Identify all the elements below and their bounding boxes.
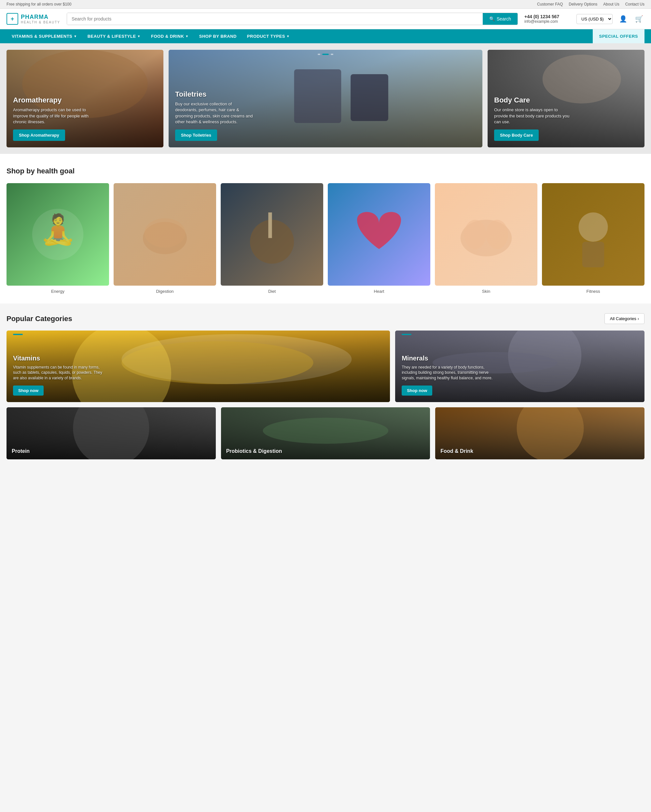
health-img-energy: 🧘 <box>6 183 109 285</box>
protein-title: Protein <box>12 448 211 454</box>
svg-text:🧘: 🧘 <box>40 212 76 247</box>
header-right: US (USD $)UK (GBP £)EU (EUR €) 👤 🛒 <box>576 14 645 24</box>
health-item-heart[interactable]: Heart <box>328 183 430 294</box>
search-button[interactable]: 🔍 Search <box>483 13 518 25</box>
minerals-title: Minerals <box>402 355 638 362</box>
minerals-btn[interactable]: Shop now <box>402 386 432 395</box>
svg-rect-6 <box>351 74 388 121</box>
health-label-energy: Energy <box>51 289 64 294</box>
search-bar: 🔍 Search <box>67 13 518 25</box>
all-categories-button[interactable]: All Categories › <box>604 313 645 324</box>
phone-number: +44 (0) 1234 567 <box>524 14 570 19</box>
svg-point-23 <box>486 220 509 249</box>
category-card-protein[interactable]: Protein <box>6 407 216 459</box>
categories-bottom-row: Protein <box>6 407 645 459</box>
nav-product-types[interactable]: PRODUCT TYPES ▼ <box>242 29 295 43</box>
category-card-probiotics[interactable]: Probiotics & Digestion <box>221 407 430 459</box>
health-label-diet: Diet <box>268 289 276 294</box>
currency-selector[interactable]: US (USD $)UK (GBP £)EU (EUR €) <box>576 14 613 24</box>
nav-food[interactable]: FOOD & DRINK ▼ <box>146 29 194 43</box>
popular-categories-section: Popular Categories All Categories › <box>0 304 651 469</box>
health-item-digestion[interactable]: Digestion <box>114 183 216 294</box>
health-goals-title: Shop by health goal <box>6 167 645 176</box>
cart-icon: 🛒 <box>635 15 643 23</box>
nav-product-types-label: PRODUCT TYPES <box>247 34 285 39</box>
probiotics-title: Probiotics & Digestion <box>226 448 425 454</box>
health-item-diet[interactable]: Diet <box>221 183 323 294</box>
minerals-desc: They are needed for a variety of body fu… <box>402 365 493 381</box>
nav-special-label: SPECIAL OFFERS <box>599 34 638 39</box>
hero-bodycare-desc: Our online store is always open to provi… <box>494 107 572 125</box>
nav-product-types-chevron: ▼ <box>286 35 290 38</box>
popular-title: Popular Categories <box>6 314 72 323</box>
nav-beauty[interactable]: BEAUTY & LIFESTYLE ▼ <box>83 29 146 43</box>
svg-point-25 <box>579 212 608 242</box>
health-item-skin[interactable]: Skin <box>435 183 537 294</box>
nav-vitamins[interactable]: VITAMINS & SUPPLEMENTS ▼ <box>6 29 83 43</box>
svg-rect-26 <box>582 242 604 267</box>
category-card-vitamins[interactable]: Vitamins Vitamin supplements can be foun… <box>6 331 390 402</box>
vitamins-desc: Vitamin supplements can be found in many… <box>13 365 104 381</box>
customer-faq-link[interactable]: Customer FAQ <box>537 2 563 6</box>
health-img-skin <box>435 183 537 285</box>
hero-bodycare-btn[interactable]: Shop Body Care <box>494 130 539 141</box>
nav-special-offers[interactable]: SPECIAL OFFERS <box>593 29 645 43</box>
health-label-digestion: Digestion <box>156 289 174 294</box>
nav-beauty-chevron: ▼ <box>138 35 141 38</box>
hero-toiletries-content: Toiletries Buy our exclusive collection … <box>169 84 260 147</box>
hero-card-bodycare[interactable]: Body Care Our online store is always ope… <box>487 50 645 147</box>
nav-food-chevron: ▼ <box>185 35 188 38</box>
svg-point-22 <box>464 220 486 249</box>
vitamins-btn[interactable]: Shop now <box>13 386 44 395</box>
hero-aroma-content: Aromatherapy Aromatherapy products can b… <box>6 90 98 147</box>
indicator-dot-3 <box>331 54 333 55</box>
protein-content: Protein <box>6 407 216 459</box>
health-img-diet <box>221 183 323 285</box>
health-goals-section: Shop by health goal 🧘 Energy <box>0 154 651 304</box>
nav-brand[interactable]: SHOP BY BRAND <box>194 29 242 43</box>
top-bar-links: Customer FAQ Delivery Options About Us C… <box>537 2 645 6</box>
logo-icon: + <box>6 13 18 25</box>
vitamins-title: Vitamins <box>13 355 384 362</box>
svg-rect-5 <box>294 69 341 123</box>
about-us-link[interactable]: About Us <box>603 2 619 6</box>
popular-header: Popular Categories All Categories › <box>6 313 645 324</box>
logo[interactable]: + PHARMA HEALTH & BEAUTY <box>6 13 60 25</box>
delivery-options-link[interactable]: Delivery Options <box>568 2 597 6</box>
account-button[interactable]: 👤 <box>618 14 628 24</box>
hero-bodycare-title: Body Care <box>494 96 572 104</box>
contact-us-link[interactable]: Contact Us <box>625 2 645 6</box>
svg-point-15 <box>145 218 185 247</box>
top-bar: Free shipping for all orders over $100 C… <box>0 0 651 9</box>
hero-carousel-indicator <box>318 54 333 55</box>
categories-top-row: Vitamins Vitamin supplements can be foun… <box>6 331 645 402</box>
health-goals-grid: 🧘 Energy Digestio <box>6 183 645 294</box>
indicator-dot-1 <box>318 54 320 55</box>
logo-sub: HEALTH & BEAUTY <box>21 20 60 24</box>
all-categories-label: All Categories <box>610 316 636 321</box>
logo-name: PHARMA <box>21 14 60 20</box>
account-icon: 👤 <box>619 15 627 23</box>
category-card-food[interactable]: Food & Drink <box>435 407 645 459</box>
hero-aroma-btn[interactable]: Shop Aromatherapy <box>13 130 65 141</box>
category-card-minerals[interactable]: Minerals They are needed for a variety o… <box>395 331 645 402</box>
header: + PHARMA HEALTH & BEAUTY 🔍 Search +44 (0… <box>0 9 651 29</box>
shipping-text: Free shipping for all orders over $100 <box>6 2 71 6</box>
hero-toiletries-desc: Buy our exclusive collection of deodoran… <box>175 101 253 125</box>
health-img-heart <box>328 183 430 285</box>
hero-card-aromatherapy[interactable]: Aromatherapy Aromatherapy products can b… <box>6 50 164 147</box>
health-label-fitness: Fitness <box>587 289 600 294</box>
food-title: Food & Drink <box>440 448 639 454</box>
cart-button[interactable]: 🛒 <box>634 14 645 24</box>
health-item-energy[interactable]: 🧘 Energy <box>6 183 109 294</box>
search-input[interactable] <box>67 13 483 25</box>
health-item-fitness[interactable]: Fitness <box>542 183 645 294</box>
search-icon: 🔍 <box>489 16 495 21</box>
health-label-heart: Heart <box>374 289 384 294</box>
probiotics-content: Probiotics & Digestion <box>221 407 430 459</box>
hero-card-toiletries[interactable]: Toiletries Buy our exclusive collection … <box>169 50 482 147</box>
hero-toiletries-btn[interactable]: Shop Toiletries <box>175 130 217 141</box>
health-img-digestion <box>114 183 216 285</box>
email-address: info@example.com <box>524 19 570 24</box>
health-label-skin: Skin <box>482 289 490 294</box>
